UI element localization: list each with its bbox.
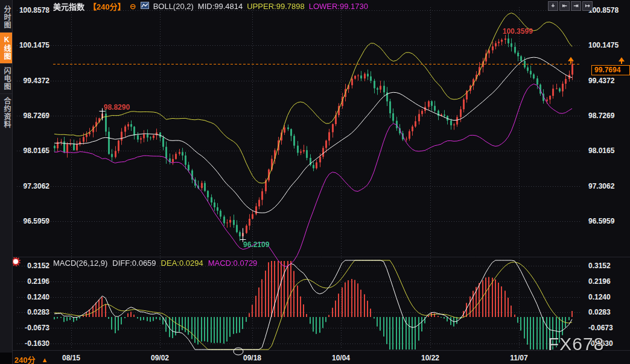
boll-upper-value: UPPER:99.7898 [247, 2, 304, 11]
chart-toolbar: +⇤⇥↦ [548, 1, 593, 11]
jump-latest-icon[interactable]: ↦ [582, 1, 593, 11]
macd-indicator-label: MACD(26,12,9) [53, 259, 107, 268]
boll-lower-value: LOWER:99.1730 [309, 2, 368, 11]
boll-indicator-label: BOLL(20,2) [153, 2, 194, 11]
macd-dea-value: DEA:0.0294 [161, 259, 203, 268]
last-price-badge: 99.7694 [591, 65, 630, 75]
swing-high-annotation: 98.8290 [104, 103, 130, 111]
sidebar-tab-1[interactable]: 分时图 [0, 2, 12, 32]
indicator-chart-icon [141, 2, 149, 11]
boll-mid-value: MID:99.4814 [198, 2, 243, 11]
shrink-bars-icon[interactable]: ⇤ [559, 1, 570, 11]
macd-header: MACD(26,12,9) DIFF:0.0659 DEA:0.0294 MAC… [53, 259, 257, 268]
low-annotation: 96.2109 [243, 240, 269, 249]
high-annotation: 100.3599 [503, 27, 533, 36]
sidebar-tab-2[interactable]: K线图 [0, 32, 12, 63]
chart-canvas[interactable] [0, 0, 630, 364]
symbol-name: 美元指数 [53, 1, 84, 12]
period-label: 【240分】 [89, 1, 126, 12]
footer-period-label[interactable]: 240分 [14, 354, 36, 364]
chart-header: 美元指数 【240分】 ⊖ BOLL(20,2) MID:99.4814 UPP… [53, 1, 368, 11]
sidebar: 分时图K线图闪电图合约资料 [0, 0, 13, 364]
macd-diff-value: DIFF:0.0659 [112, 259, 156, 268]
period-dropdown-icon[interactable]: ▲ [42, 356, 48, 363]
footer-period-selector[interactable]: 240分 ▲ [14, 354, 48, 364]
sidebar-footer [0, 353, 12, 364]
sidebar-tab-3[interactable]: 闪电图 [0, 63, 12, 93]
watermark: FX678 [548, 334, 604, 354]
collapse-icon[interactable]: ⊖ [130, 2, 136, 11]
macd-macd-value: MACD:0.0729 [208, 259, 258, 268]
expand-bars-icon[interactable]: ⇥ [571, 1, 581, 11]
sidebar-tab-4[interactable]: 合约资料 [0, 93, 12, 131]
crosshair-move-icon[interactable]: + [548, 1, 558, 11]
